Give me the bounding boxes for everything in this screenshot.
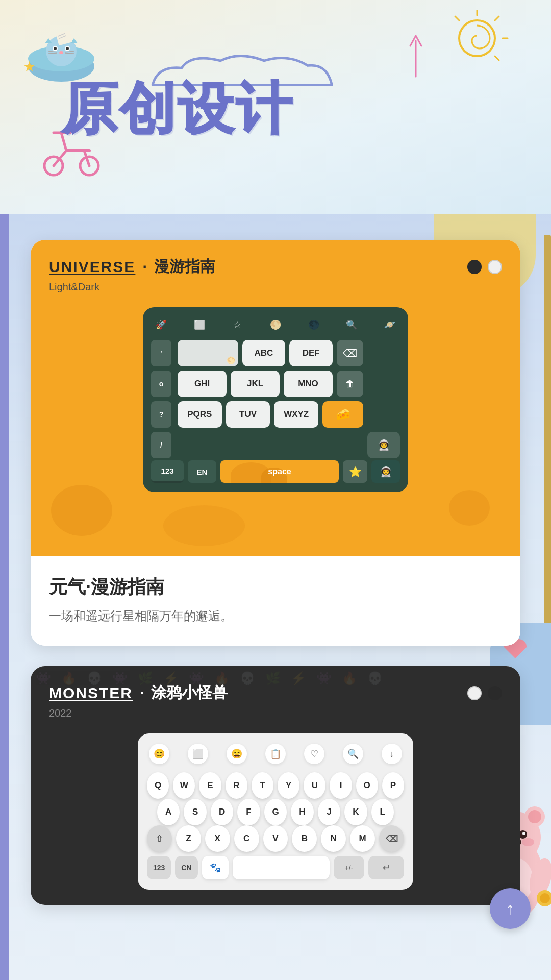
key-o-monster[interactable]: O — [356, 772, 378, 799]
monster-tool-copy[interactable]: 📋 — [265, 744, 286, 764]
key-c[interactable]: C — [234, 825, 259, 852]
cards-container: UNIVERSE · 漫游指南 Light&Dark 🚀 ⬜ — [10, 230, 541, 936]
key-apostrophe[interactable]: ' — [151, 340, 171, 366]
universe-brand-name: UNIVERSE — [49, 258, 135, 276]
key-mno[interactable]: MNO — [284, 371, 333, 397]
key-n[interactable]: N — [321, 825, 346, 852]
key-question[interactable]: ? — [151, 401, 171, 428]
monster-tool-square[interactable]: ⬜ — [188, 744, 208, 764]
key-y[interactable]: Y — [278, 772, 299, 799]
key-a[interactable]: A — [157, 799, 180, 825]
monster-key-space[interactable] — [233, 856, 330, 879]
monster-brand-name: MONSTER — [49, 684, 133, 702]
key-e[interactable]: E — [199, 772, 221, 799]
key-q[interactable]: Q — [147, 772, 169, 799]
key-delete[interactable]: ⌫ — [337, 340, 363, 366]
space-label: space — [268, 467, 291, 476]
monster-row-1: Q W E R T Y U I O P — [147, 772, 404, 799]
key-i[interactable]: I — [330, 772, 352, 799]
universe-side-keys: ' o ? / — [151, 340, 171, 458]
key-123[interactable]: 123 — [151, 460, 184, 483]
page-title: 原创设计 — [61, 71, 294, 148]
key-v[interactable]: V — [263, 825, 288, 852]
key-shift[interactable]: ⇧ — [147, 825, 172, 852]
universe-separator: · — [142, 258, 146, 276]
key-h[interactable]: H — [291, 799, 313, 825]
monster-tool-emoji[interactable]: 😊 — [149, 744, 169, 764]
toolbar-icon-square[interactable]: ⬜ — [191, 316, 208, 333]
universe-main-keys: 🌕 ABC DEF ⌫ GHI JKL MNO � — [178, 340, 363, 458]
key-blank[interactable]: 🌕 — [178, 340, 238, 366]
monster-separator: · — [140, 684, 144, 702]
key-astronaut[interactable]: 👨‍🚀 — [367, 432, 400, 458]
key-space-cheese[interactable]: space — [220, 460, 339, 483]
monster-key-return[interactable]: ↵ — [368, 856, 404, 879]
universe-card: UNIVERSE · 漫游指南 Light&Dark 🚀 ⬜ — [31, 240, 520, 646]
key-r[interactable]: R — [226, 772, 247, 799]
svg-line-23 — [455, 16, 459, 20]
monster-card-header: 👾🔥💀👾🌿⚡👾 🔥💀🌿⚡👾🔥💀 MONSTER · 涂鸦小怪兽 2022 — [31, 666, 520, 905]
monster-tool-smile[interactable]: 😄 — [227, 744, 247, 764]
toolbar-icon-star[interactable]: ☆ — [229, 316, 245, 333]
key-d[interactable]: D — [211, 799, 233, 825]
key-jkl[interactable]: JKL — [231, 371, 280, 397]
key-abc[interactable]: ABC — [242, 340, 286, 366]
key-backspace[interactable]: ⌫ — [379, 825, 404, 852]
key-j[interactable]: J — [318, 799, 340, 825]
main-content: UNIVERSE · 漫游指南 Light&Dark 🚀 ⬜ — [0, 214, 551, 980]
key-trash[interactable]: 🗑 — [337, 371, 363, 397]
toolbar-icon-rocket[interactable]: 🚀 — [153, 316, 169, 333]
key-star-bottom[interactable]: ⭐ — [343, 460, 367, 483]
toolbar-icon-moon2[interactable]: 🌑 — [306, 316, 322, 333]
monster-key-cn[interactable]: CN — [175, 856, 197, 879]
monster-brand-line: MONSTER · 涂鸦小怪兽 — [49, 682, 502, 703]
key-o[interactable]: o — [151, 371, 171, 397]
key-wxyz[interactable]: WXYZ — [274, 401, 318, 428]
key-m[interactable]: M — [350, 825, 375, 852]
toolbar-icon-search[interactable]: 🔍 — [343, 316, 360, 333]
monster-keyboard-mockup: 😊 ⬜ 😄 📋 ♡ 🔍 ↓ Q W E R T — [138, 733, 413, 890]
scroll-top-button[interactable]: ↑ — [490, 888, 531, 929]
key-z[interactable]: Z — [176, 825, 201, 852]
svg-line-20 — [495, 16, 499, 20]
monster-tool-heart[interactable]: ♡ — [304, 744, 324, 764]
light-mode-dot[interactable] — [488, 260, 502, 274]
svg-line-11 — [48, 53, 57, 54]
key-f[interactable]: F — [237, 799, 260, 825]
dark-mode-dot[interactable] — [467, 260, 482, 274]
key-tuv[interactable]: TUV — [226, 401, 270, 428]
key-ghi[interactable]: GHI — [178, 371, 227, 397]
key-w[interactable]: W — [173, 772, 195, 799]
universe-kb-row-3: PQRS TUV WXYZ 🧀 — [178, 401, 363, 428]
key-s[interactable]: S — [184, 799, 206, 825]
monster-dark-dot[interactable] — [488, 686, 502, 700]
key-g[interactable]: G — [264, 799, 287, 825]
key-b[interactable]: B — [292, 825, 317, 852]
scroll-top-icon: ↑ — [506, 899, 514, 918]
key-en[interactable]: EN — [188, 460, 216, 483]
key-def[interactable]: DEF — [289, 340, 333, 366]
svg-line-22 — [495, 56, 499, 60]
key-rocket-sticker[interactable]: 👨‍🚀 — [371, 460, 400, 483]
monster-card: 👾🔥💀👾🌿⚡👾 🔥💀🌿⚡👾🔥💀 MONSTER · 涂鸦小怪兽 2022 — [31, 666, 520, 905]
key-l[interactable]: L — [371, 799, 394, 825]
key-p[interactable]: P — [382, 772, 404, 799]
monster-key-emoji[interactable]: 🐾 — [202, 856, 229, 879]
key-k[interactable]: K — [344, 799, 367, 825]
monster-tool-search[interactable]: 🔍 — [343, 744, 363, 764]
toolbar-icon-moon1[interactable]: 🌕 — [267, 316, 284, 333]
monster-tool-down[interactable]: ↓ — [382, 744, 402, 764]
monster-kb-toolbar: 😊 ⬜ 😄 📋 ♡ 🔍 ↓ — [147, 744, 404, 764]
monster-key-special2[interactable]: +/- — [334, 856, 364, 879]
key-t[interactable]: T — [252, 772, 273, 799]
monster-key-123[interactable]: 123 — [147, 856, 171, 879]
svg-point-9 — [59, 51, 63, 54]
svg-point-6 — [66, 47, 69, 50]
key-slash[interactable]: / — [151, 432, 171, 458]
key-pqrs[interactable]: PQRS — [178, 401, 222, 428]
key-u[interactable]: U — [304, 772, 325, 799]
monster-light-dot[interactable] — [467, 686, 482, 700]
key-x[interactable]: X — [205, 825, 230, 852]
key-cheese[interactable]: 🧀 — [322, 401, 363, 428]
toolbar-icon-planet[interactable]: 🪐 — [382, 316, 398, 333]
